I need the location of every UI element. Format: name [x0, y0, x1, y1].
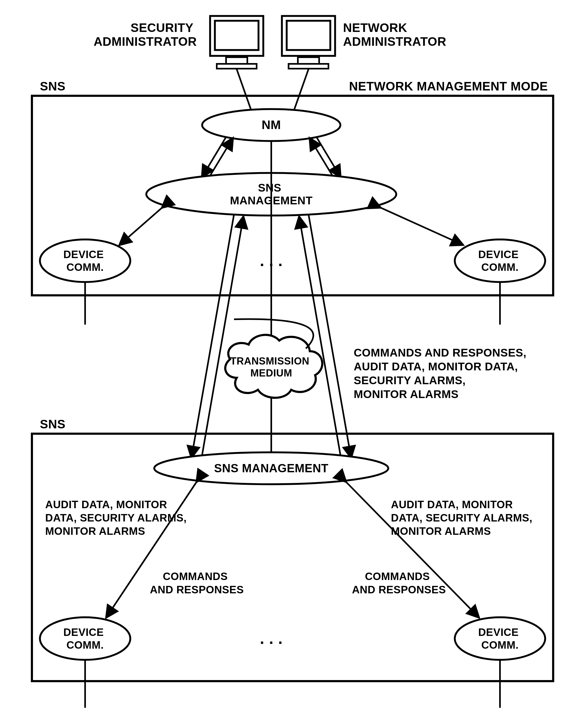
device-comm-upper-right: [455, 239, 545, 282]
audit-left-text: AUDIT DATA, MONITOR DATA, SECURITY ALARM…: [45, 499, 190, 537]
network-admin-label: NETWORK ADMINISTRATOR: [343, 21, 446, 49]
diagram-root: SECURITY ADMINISTRATOR NETWORK ADMINISTR…: [5, 5, 588, 708]
middle-side-text: COMMANDS AND RESPONSES, AUDIT DATA, MONI…: [354, 347, 530, 401]
security-admin-label: SECURITY ADMINISTRATOR: [94, 21, 197, 49]
svg-line-20: [309, 214, 351, 458]
svg-rect-3: [217, 64, 257, 69]
svg-line-14: [120, 208, 162, 245]
svg-rect-6: [298, 57, 319, 64]
upper-box-right-label: NETWORK MANAGEMENT MODE: [349, 79, 548, 93]
device-comm-lower-left: [40, 617, 130, 660]
svg-line-21: [299, 217, 340, 455]
svg-line-10: [202, 137, 226, 177]
sns-mgmt-lower-label: SNS MANAGEMENT: [214, 462, 329, 475]
upper-box-left-label: SNS: [40, 79, 65, 93]
monitor-icon: [210, 16, 263, 69]
monitor-icon: [282, 16, 335, 69]
cmd-left-text: COMMANDS AND RESPONSES: [150, 570, 244, 595]
svg-rect-2: [226, 57, 247, 64]
audit-right-text: AUDIT DATA, MONITOR DATA, SECURITY ALARM…: [391, 499, 535, 537]
svg-rect-7: [288, 64, 329, 69]
lower-box-left-label: SNS: [40, 417, 65, 431]
cmd-right-text: COMMANDS AND RESPONSES: [352, 570, 446, 595]
svg-line-9: [292, 69, 309, 114]
svg-line-8: [237, 69, 253, 114]
ellipsis-lower: . . .: [260, 629, 283, 647]
svg-line-12: [316, 137, 340, 177]
svg-rect-1: [215, 21, 258, 50]
device-comm-upper-left: [40, 239, 130, 282]
svg-line-15: [380, 208, 463, 245]
svg-rect-5: [287, 21, 330, 50]
nm-label: NM: [262, 118, 281, 132]
svg-line-19: [202, 217, 243, 455]
svg-line-18: [191, 214, 234, 458]
device-comm-lower-right: [455, 617, 545, 660]
